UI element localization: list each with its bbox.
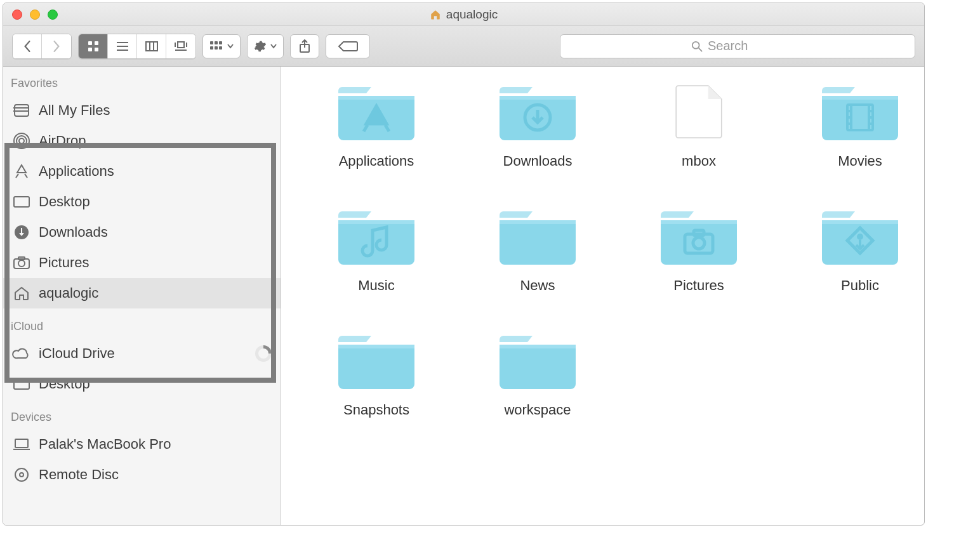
svg-rect-17 [210,46,213,50]
svg-rect-3 [95,48,98,51]
grid-item-label: Downloads [503,153,573,169]
svg-line-22 [699,48,702,51]
chevron-right-icon [52,41,61,52]
titlebar: aqualogic [3,3,924,26]
chevron-down-icon [270,44,277,49]
search-input[interactable] [708,39,784,53]
share-button[interactable] [290,34,319,58]
tags-button[interactable] [326,34,370,58]
sidebar-item-remote-disc[interactable]: Remote Disc [3,460,281,490]
folder-icon [500,329,576,393]
grid-item-applications[interactable]: Applications [300,81,453,169]
view-coverflow-button[interactable] [166,34,195,58]
grid-item-label: News [520,277,555,294]
minimize-window-button[interactable] [30,10,40,20]
grid-item-label: Pictures [673,277,724,294]
arrange-button[interactable] [202,34,241,58]
view-switcher [78,34,196,59]
sidebar-section-devices: Devices [3,406,281,429]
sidebar-item-label: Desktop [39,194,90,210]
sidebar-item-macbook[interactable]: Palak's MacBook Pro [3,429,281,460]
sidebar: Favorites All My Files AirDrop Applicati… [3,67,281,525]
view-columns-button[interactable] [137,34,166,58]
sidebar-item-desktop[interactable]: Desktop [3,187,281,217]
sidebar-item-icloud-desktop[interactable]: Desktop [3,369,281,399]
svg-rect-35 [15,439,28,447]
grid-item-pictures[interactable]: Pictures [623,205,775,294]
svg-rect-16 [219,41,222,44]
view-list-button[interactable] [108,34,137,58]
content-area[interactable]: ApplicationsDownloadsmboxMoviesMusicNews… [281,67,924,525]
sidebar-item-icloud-drive[interactable]: iCloud Drive [3,338,281,369]
grid-item-mbox[interactable]: mbox [623,81,775,169]
sidebar-item-label: Remote Disc [39,467,119,483]
grid-icon [87,40,100,53]
folder-icon [822,81,898,144]
svg-rect-15 [215,41,218,44]
sidebar-item-applications[interactable]: Applications [3,156,281,187]
chevron-down-icon [227,44,234,49]
folder-icon [338,329,414,393]
disc-icon [12,467,31,483]
grid-item-label: Movies [838,153,882,169]
grid-item-label: Applications [339,153,414,169]
sidebar-item-airdrop[interactable]: AirDrop [3,126,281,156]
sidebar-item-label: Applications [39,163,114,180]
grid-item-news[interactable]: News [461,205,614,294]
action-button[interactable] [247,34,284,58]
svg-point-38 [20,473,23,477]
view-icons-button[interactable] [79,34,108,58]
svg-point-32 [18,260,25,267]
desktop-icon [12,194,31,210]
sidebar-item-downloads[interactable]: Downloads [3,217,281,248]
camera-icon [12,255,31,271]
folder-icon [500,81,576,144]
close-window-button[interactable] [12,10,22,20]
sidebar-item-label: Pictures [39,255,89,271]
folder-icon [661,205,737,268]
search-field[interactable] [560,34,915,58]
svg-rect-29 [14,197,29,207]
grid-item-music[interactable]: Music [300,205,453,294]
list-icon [116,41,129,52]
sidebar-item-label: Downloads [39,224,108,241]
folder-icon [338,205,414,268]
arrange-icon [209,41,223,52]
file-icon [661,81,737,144]
grid-item-movies[interactable]: Movies [784,81,924,169]
airdrop-icon [12,133,31,149]
svg-rect-14 [210,41,213,44]
window-title-text: aqualogic [446,8,498,22]
forward-button[interactable] [42,34,71,58]
cloud-icon [12,345,31,362]
sidebar-section-icloud: iCloud [3,315,281,338]
svg-rect-2 [88,48,92,51]
sidebar-item-label: All My Files [39,102,110,119]
back-button[interactable] [13,34,42,58]
nav-buttons [12,34,72,59]
svg-point-21 [692,41,699,48]
chevron-left-icon [23,41,32,52]
grid-item-downloads[interactable]: Downloads [461,81,614,169]
sidebar-item-all-my-files[interactable]: All My Files [3,95,281,126]
folder-icon [822,205,898,268]
grid-item-label: Public [841,277,879,294]
sidebar-section-favorites: Favorites [3,72,281,95]
grid-item-snapshots[interactable]: Snapshots [300,329,453,418]
icloud-progress-icon [255,345,272,362]
grid-item-public[interactable]: Public [784,205,924,294]
sidebar-item-pictures[interactable]: Pictures [3,248,281,278]
zoom-window-button[interactable] [48,10,58,20]
window-title: aqualogic [3,8,924,22]
applications-icon [12,163,31,180]
grid-item-workspace[interactable]: workspace [461,329,614,418]
svg-rect-1 [95,41,98,45]
finder-window: aqualogic [3,3,925,526]
downloads-icon [12,224,31,241]
folder-icon [338,81,414,144]
svg-point-37 [15,468,28,481]
sidebar-item-aqualogic[interactable]: aqualogic [3,278,281,308]
tray-icon [12,102,31,119]
svg-rect-19 [219,46,222,50]
svg-rect-18 [215,46,218,50]
